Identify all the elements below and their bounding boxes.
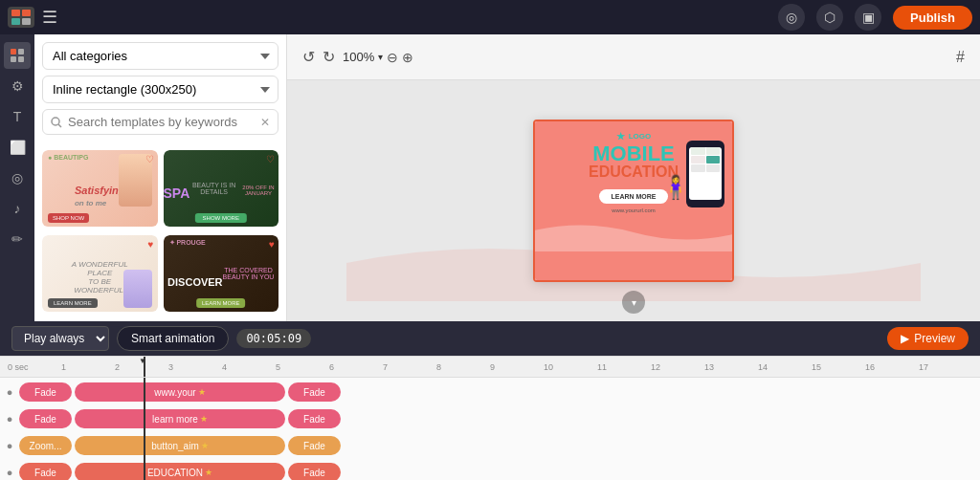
topbar: ☰ ◎ ⬡ ▣ Publish bbox=[0, 0, 980, 34]
templates-panel: All categories Inline rectangle (300x250… bbox=[34, 34, 287, 321]
track-visibility-icon[interactable]: ● bbox=[7, 413, 13, 425]
ad-url: www.yoururl.com bbox=[545, 207, 723, 213]
search-input[interactable] bbox=[68, 115, 255, 129]
link-icon-btn[interactable]: ⬡ bbox=[816, 4, 843, 31]
ruler-mark: 13 bbox=[704, 362, 758, 372]
track-segment-main[interactable]: button_aim ★ bbox=[75, 436, 285, 455]
smart-animation-button[interactable]: Smart animation bbox=[117, 326, 229, 351]
svg-rect-7 bbox=[18, 56, 24, 62]
track-visibility-icon[interactable]: ● bbox=[7, 440, 13, 451]
search-bar: ✕ bbox=[42, 109, 278, 135]
ruler-mark: 0 sec bbox=[8, 362, 61, 372]
track-segment-main[interactable]: EDUCATION ★ bbox=[75, 463, 285, 480]
ad-phone-screen bbox=[689, 147, 722, 200]
svg-rect-2 bbox=[11, 18, 20, 25]
svg-rect-4 bbox=[11, 49, 16, 55]
size-select[interactable]: Inline rectangle (300x250) bbox=[42, 76, 278, 103]
ruler-mark: 1 bbox=[61, 362, 115, 372]
ruler-mark: 14 bbox=[758, 362, 812, 372]
play-always-select[interactable]: Play always bbox=[11, 326, 109, 351]
timeline-track: ● Fade EDUCATION ★ Fade bbox=[0, 460, 980, 480]
ruler-mark: 3 bbox=[168, 362, 222, 372]
ad-cta-button: LEARN MORE bbox=[599, 189, 667, 204]
timeline-track: ● Fade www.your ★ Fade bbox=[0, 380, 980, 404]
track-segment-fade-start[interactable]: Fade bbox=[19, 463, 72, 480]
sidebar-icon-draw[interactable]: ✏ bbox=[4, 226, 31, 252]
zoom-dropdown-icon[interactable]: ▾ bbox=[378, 52, 383, 62]
heart-icon: ♡ bbox=[266, 154, 275, 164]
category-select[interactable]: All categories bbox=[42, 42, 278, 70]
timeline-playhead[interactable]: ▼ bbox=[144, 357, 145, 377]
track-segment-main[interactable]: www.your ★ bbox=[75, 382, 285, 402]
track-body: Fade www.your ★ Fade bbox=[19, 382, 980, 402]
svg-rect-3 bbox=[22, 18, 31, 25]
heart-icon: ♥ bbox=[148, 239, 154, 250]
sidebar-icon-text[interactable]: T bbox=[4, 103, 31, 130]
svg-rect-1 bbox=[22, 10, 31, 16]
sidebar-icon-media[interactable]: ◎ bbox=[4, 164, 31, 191]
ruler-mark: 10 bbox=[544, 362, 597, 372]
grid-icon[interactable]: # bbox=[956, 49, 965, 66]
redo-icon[interactable]: ↻ bbox=[323, 48, 335, 66]
track-segment-fade-start[interactable]: Fade bbox=[19, 409, 72, 428]
track-segment-fade-end[interactable]: Fade bbox=[288, 382, 341, 402]
zoom-control: 100% ▾ ⊖ ⊕ bbox=[343, 50, 413, 65]
track-segment-fade-end[interactable]: Fade bbox=[288, 463, 341, 480]
template-item[interactable]: SPA BEAUTY IS IN DETAILS 20% OFF IN JANU… bbox=[164, 150, 279, 229]
track-body: Fade learn more ★ Fade bbox=[19, 409, 980, 428]
ad-logo-text: LOGO bbox=[629, 132, 652, 141]
ad-phone-notch bbox=[701, 141, 710, 143]
sidebar-icon-shapes[interactable]: ⬜ bbox=[4, 134, 31, 161]
animation-bar: Play always Smart animation 00:05:09 ▶ P… bbox=[0, 321, 980, 356]
ruler-mark: 4 bbox=[222, 362, 276, 372]
share-icon-btn[interactable]: ▣ bbox=[855, 4, 881, 31]
scroll-down-icon[interactable]: ▾ bbox=[622, 291, 645, 314]
publish-button[interactable]: Publish bbox=[893, 6, 972, 30]
sidebar-icons: ⚙ T ⬜ ◎ ♪ ✏ bbox=[0, 34, 34, 321]
canvas-viewport[interactable]: ★ LOGO MOBILE EDUCATION LEARN MORE www.y… bbox=[287, 80, 980, 321]
template-item[interactable]: ● BEAUTIPG Satisfyingon to me ♡ SHOP NOW bbox=[42, 150, 158, 229]
track-segment-fade-start[interactable]: Fade bbox=[19, 382, 72, 402]
timeline-tracks: ● Fade www.your ★ Fade ● Fade learn more… bbox=[0, 378, 980, 480]
track-body: Zoom... button_aim ★ Fade bbox=[19, 436, 980, 455]
main-area: ⚙ T ⬜ ◎ ♪ ✏ All categories Inline rectan… bbox=[0, 34, 980, 321]
ruler-mark: 5 bbox=[276, 362, 329, 372]
settings-icon-btn[interactable]: ◎ bbox=[778, 4, 805, 31]
track-visibility-icon[interactable]: ● bbox=[7, 467, 13, 478]
topbar-left: ☰ bbox=[8, 7, 57, 28]
track-body: Fade EDUCATION ★ Fade bbox=[19, 463, 980, 480]
ruler-mark: 7 bbox=[383, 362, 436, 372]
search-clear-icon[interactable]: ✕ bbox=[260, 116, 270, 129]
track-segment-zoom[interactable]: Zoom... bbox=[19, 436, 72, 455]
timeline-area: 0 sec 1 2 3 4 5 6 7 8 9 10 11 12 13 14 1… bbox=[0, 356, 980, 480]
zoom-in-icon[interactable]: ⊕ bbox=[402, 50, 413, 65]
timeline-time-display: 00:05:09 bbox=[236, 329, 311, 348]
track-controls: ● bbox=[0, 440, 19, 451]
menu-icon[interactable]: ☰ bbox=[42, 7, 57, 28]
canvas-toolbar-right: # bbox=[956, 49, 965, 66]
ruler-mark: 17 bbox=[919, 362, 972, 372]
preview-button[interactable]: ▶ Preview bbox=[887, 327, 969, 350]
track-controls: ● bbox=[0, 386, 19, 398]
canvas-toolbar: ↺ ↻ 100% ▾ ⊖ ⊕ # bbox=[287, 34, 980, 80]
template-item[interactable]: ✦ PROUGE DISCOVER THE COVEREDBEAUTY IN Y… bbox=[164, 235, 279, 315]
track-segment-fade-end[interactable]: Fade bbox=[288, 409, 341, 428]
canvas-toolbar-left: ↺ ↻ 100% ▾ ⊖ ⊕ bbox=[302, 48, 413, 66]
sidebar-icon-templates[interactable] bbox=[4, 42, 31, 69]
search-icon bbox=[51, 117, 62, 128]
zoom-value[interactable]: 100% bbox=[343, 50, 374, 64]
ruler-mark: 16 bbox=[865, 362, 919, 372]
timeline-track: ● Fade learn more ★ Fade bbox=[0, 406, 980, 431]
svg-rect-0 bbox=[11, 10, 20, 16]
track-segment-main[interactable]: learn more ★ bbox=[75, 409, 285, 428]
sidebar-icon-audio[interactable]: ♪ bbox=[4, 195, 31, 222]
undo-icon[interactable]: ↺ bbox=[302, 48, 315, 66]
track-visibility-icon[interactable]: ● bbox=[7, 386, 13, 398]
track-segment-fade-end[interactable]: Fade bbox=[288, 436, 341, 455]
heart-icon: ♡ bbox=[145, 154, 154, 164]
template-item[interactable]: A WONDERFULPLACETO BEWONDERFUL. LEARN MO… bbox=[42, 235, 158, 315]
ad-figure: 🧍‍♀️ bbox=[661, 174, 690, 201]
svg-rect-5 bbox=[18, 49, 24, 55]
sidebar-icon-gear[interactable]: ⚙ bbox=[4, 73, 31, 99]
zoom-out-icon[interactable]: ⊖ bbox=[387, 50, 398, 65]
